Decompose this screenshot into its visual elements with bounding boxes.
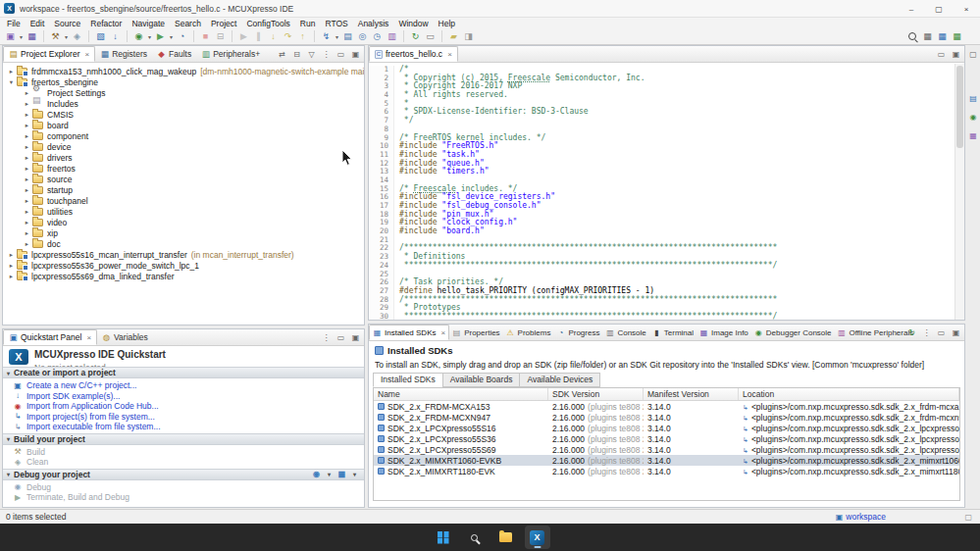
peripherals-tool-icon[interactable] xyxy=(385,29,399,44)
tab-quickstart-panel[interactable]: Quickstart Panel xyxy=(3,329,97,345)
tab-problems[interactable]: Problems xyxy=(503,325,554,340)
build-dropdown-icon[interactable] xyxy=(63,29,70,44)
subtab-available-boards[interactable]: Available Boards xyxy=(442,373,520,387)
action-clean[interactable]: Clean xyxy=(3,457,364,468)
expand-arrow-icon[interactable] xyxy=(23,175,31,183)
terminate-icon[interactable] xyxy=(198,29,213,44)
expand-arrow-icon[interactable] xyxy=(7,78,16,86)
tree-item[interactable]: drivers xyxy=(3,152,364,163)
expand-arrow-icon[interactable] xyxy=(23,186,31,194)
debug-probe-dropdown-icon[interactable] xyxy=(324,469,335,480)
tab-project-explorer[interactable]: Project Explorer xyxy=(3,46,95,62)
tab-progress[interactable]: Progress xyxy=(553,325,602,340)
tree-item[interactable]: freertos_sbengine xyxy=(3,76,364,87)
expand-arrow-icon[interactable] xyxy=(23,122,31,129)
view-menu-icon[interactable] xyxy=(921,326,932,338)
separator[interactable] xyxy=(400,30,404,42)
tree-item[interactable]: doc xyxy=(3,238,364,249)
minimize-button[interactable]: – xyxy=(898,0,925,18)
refresh-icon[interactable] xyxy=(408,29,423,44)
tree-item[interactable]: device xyxy=(3,141,364,152)
tab-variables[interactable]: Variables xyxy=(97,329,153,345)
expand-arrow-icon[interactable] xyxy=(23,132,31,140)
mark-occurrences-icon[interactable] xyxy=(446,29,461,44)
expand-arrow-icon[interactable] xyxy=(7,251,16,259)
expand-arrow-icon[interactable] xyxy=(7,262,16,270)
clocks-tool-icon[interactable] xyxy=(370,29,385,44)
code-editor[interactable]: 1/*2 * Copyright (c) 2015, Freescale Sem… xyxy=(369,64,954,320)
link-import-app-code-hub[interactable]: Import from Application Code Hub... xyxy=(3,401,364,412)
project-tree[interactable]: frdmmcxa153_nmh1000_click_mag_wakeup [dm… xyxy=(3,64,364,325)
flash-programmer-icon[interactable] xyxy=(319,29,334,44)
tree-item[interactable]: utilities xyxy=(3,206,364,217)
menu-edit[interactable]: Edit xyxy=(26,19,50,28)
menu-rtos[interactable]: RTOS xyxy=(320,19,352,28)
expand-arrow-icon[interactable] xyxy=(23,165,31,173)
search-button[interactable] xyxy=(462,526,488,549)
tab-debugger-console[interactable]: Debugger Console xyxy=(751,325,835,340)
menu-search[interactable]: Search xyxy=(170,19,206,28)
collapse-all-icon[interactable] xyxy=(291,48,302,60)
minimize-view-icon[interactable] xyxy=(335,331,346,343)
maximize-view-icon[interactable] xyxy=(951,326,961,338)
sdk-table-row[interactable]: SDK_2.x_LPCXpresso55S36 2.16.000(plugins… xyxy=(374,433,959,444)
sdk-table-row[interactable]: SDK_2.x_FRDM-MCXN947 2.16.000(plugins te… xyxy=(374,412,959,423)
resume-icon[interactable] xyxy=(236,29,251,44)
link-new-project[interactable]: Create a new C/C++ project... xyxy=(3,380,364,391)
tree-item[interactable]: xip xyxy=(3,227,364,238)
separator[interactable] xyxy=(229,30,232,42)
view-menu-icon[interactable] xyxy=(321,331,332,343)
tree-item[interactable]: lpcxpresso55s69_dma_linked_transfer xyxy=(3,271,364,281)
profile-icon[interactable] xyxy=(175,29,189,44)
column-header[interactable]: SDK Version xyxy=(548,388,644,400)
minimize-view-icon[interactable] xyxy=(335,48,346,60)
sdk-table-row[interactable]: SDK_2.x_LPCXpresso55S69 2.16.000(plugins… xyxy=(374,444,959,455)
expand-arrow-icon[interactable] xyxy=(7,273,16,280)
run-dropdown-icon[interactable] xyxy=(168,29,175,44)
expand-arrow-icon[interactable] xyxy=(23,219,31,226)
menu-configtools[interactable]: ConfigTools xyxy=(241,19,294,28)
separator[interactable] xyxy=(438,30,442,42)
tree-item[interactable]: board xyxy=(3,120,364,130)
section-debug-project[interactable]: Debug your project xyxy=(3,469,364,480)
run-icon[interactable] xyxy=(153,29,168,44)
view-menu-icon[interactable] xyxy=(321,48,332,60)
menu-help[interactable]: Help xyxy=(434,19,460,28)
debug-icon[interactable] xyxy=(131,29,146,44)
tab-peripherals[interactable]: Peripherals+ xyxy=(196,46,265,62)
debug-dropdown-icon[interactable] xyxy=(146,29,153,44)
tab-faults[interactable]: Faults xyxy=(152,46,196,62)
sdk-table-row[interactable]: SDK_2.x_LPCXpresso55S16 2.16.000(plugins… xyxy=(374,423,959,433)
tree-item[interactable]: video xyxy=(3,217,364,227)
subtab-available-devices[interactable]: Available Devices xyxy=(519,373,600,387)
import-example-icon[interactable] xyxy=(108,29,123,44)
tab-console[interactable]: Console xyxy=(602,325,648,340)
sdk-table-row[interactable]: SDK_2.x_FRDM-MCXA153 2.16.000(plugins te… xyxy=(374,401,959,412)
separator[interactable] xyxy=(124,30,128,42)
column-header[interactable]: Location xyxy=(739,388,959,400)
menu-navigate[interactable]: Navigate xyxy=(127,19,170,28)
expand-arrow-icon[interactable] xyxy=(23,208,31,216)
maximize-editor-icon[interactable] xyxy=(951,48,961,60)
expand-arrow-icon[interactable] xyxy=(23,111,31,119)
separator[interactable] xyxy=(40,30,44,42)
menu-file[interactable]: File xyxy=(2,19,26,28)
maximize-view-icon[interactable] xyxy=(350,48,361,60)
clean-icon[interactable] xyxy=(70,29,84,44)
menu-run[interactable]: Run xyxy=(295,19,321,28)
tree-item[interactable]: CMSIS xyxy=(3,109,364,120)
editor-scrollbar[interactable] xyxy=(954,64,964,320)
refresh-sdks-icon[interactable] xyxy=(906,326,917,338)
menu-refactor[interactable]: Refactor xyxy=(85,19,127,28)
link-with-editor-icon[interactable] xyxy=(277,48,287,60)
expand-arrow-icon[interactable] xyxy=(23,197,31,205)
section-build-project[interactable]: Build your project xyxy=(3,433,364,445)
console-icon[interactable] xyxy=(423,29,438,44)
suspend-icon[interactable] xyxy=(251,29,266,44)
expand-arrow-icon[interactable] xyxy=(23,154,31,162)
restore-views-icon[interactable] xyxy=(967,48,979,60)
disconnect-icon[interactable] xyxy=(213,29,228,44)
expand-arrow-icon[interactable] xyxy=(23,89,31,97)
build-targets-view-icon[interactable] xyxy=(967,111,979,123)
flash-dropdown-icon[interactable] xyxy=(334,29,340,44)
